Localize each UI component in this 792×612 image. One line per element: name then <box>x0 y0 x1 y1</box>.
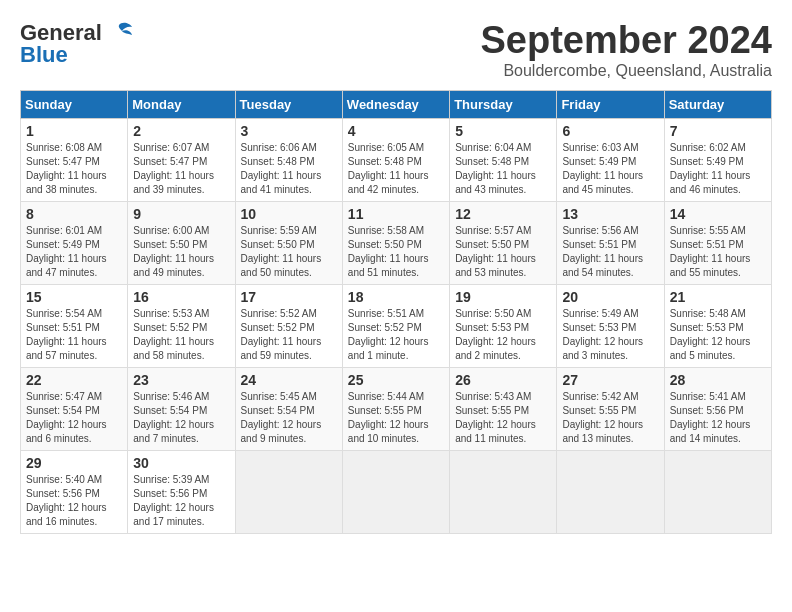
day-info: Sunrise: 5:59 AM Sunset: 5:50 PM Dayligh… <box>241 224 337 280</box>
day-number: 18 <box>348 289 444 305</box>
day-number: 11 <box>348 206 444 222</box>
calendar-day-cell: 11Sunrise: 5:58 AM Sunset: 5:50 PM Dayli… <box>342 201 449 284</box>
day-number: 17 <box>241 289 337 305</box>
weekday-header-thursday: Thursday <box>450 90 557 118</box>
calendar-day-cell: 26Sunrise: 5:43 AM Sunset: 5:55 PM Dayli… <box>450 367 557 450</box>
calendar-day-cell: 13Sunrise: 5:56 AM Sunset: 5:51 PM Dayli… <box>557 201 664 284</box>
calendar-day-cell: 10Sunrise: 5:59 AM Sunset: 5:50 PM Dayli… <box>235 201 342 284</box>
day-number: 20 <box>562 289 658 305</box>
calendar-day-cell: 15Sunrise: 5:54 AM Sunset: 5:51 PM Dayli… <box>21 284 128 367</box>
calendar-day-cell: 27Sunrise: 5:42 AM Sunset: 5:55 PM Dayli… <box>557 367 664 450</box>
day-info: Sunrise: 6:07 AM Sunset: 5:47 PM Dayligh… <box>133 141 229 197</box>
calendar-day-cell: 9Sunrise: 6:00 AM Sunset: 5:50 PM Daylig… <box>128 201 235 284</box>
day-info: Sunrise: 6:02 AM Sunset: 5:49 PM Dayligh… <box>670 141 766 197</box>
calendar-day-cell: 24Sunrise: 5:45 AM Sunset: 5:54 PM Dayli… <box>235 367 342 450</box>
calendar-table: SundayMondayTuesdayWednesdayThursdayFrid… <box>20 90 772 534</box>
weekday-header-row: SundayMondayTuesdayWednesdayThursdayFrid… <box>21 90 772 118</box>
calendar-day-cell: 4Sunrise: 6:05 AM Sunset: 5:48 PM Daylig… <box>342 118 449 201</box>
day-number: 13 <box>562 206 658 222</box>
calendar-day-cell: 8Sunrise: 6:01 AM Sunset: 5:49 PM Daylig… <box>21 201 128 284</box>
day-info: Sunrise: 6:00 AM Sunset: 5:50 PM Dayligh… <box>133 224 229 280</box>
calendar-day-cell: 6Sunrise: 6:03 AM Sunset: 5:49 PM Daylig… <box>557 118 664 201</box>
day-info: Sunrise: 6:03 AM Sunset: 5:49 PM Dayligh… <box>562 141 658 197</box>
calendar-week-row: 8Sunrise: 6:01 AM Sunset: 5:49 PM Daylig… <box>21 201 772 284</box>
day-info: Sunrise: 6:05 AM Sunset: 5:48 PM Dayligh… <box>348 141 444 197</box>
day-number: 15 <box>26 289 122 305</box>
day-number: 21 <box>670 289 766 305</box>
calendar-day-cell <box>450 450 557 533</box>
day-info: Sunrise: 5:39 AM Sunset: 5:56 PM Dayligh… <box>133 473 229 529</box>
calendar-day-cell <box>664 450 771 533</box>
day-number: 8 <box>26 206 122 222</box>
logo-bird-icon <box>104 21 134 45</box>
day-number: 14 <box>670 206 766 222</box>
calendar-day-cell: 18Sunrise: 5:51 AM Sunset: 5:52 PM Dayli… <box>342 284 449 367</box>
calendar-day-cell: 20Sunrise: 5:49 AM Sunset: 5:53 PM Dayli… <box>557 284 664 367</box>
month-title: September 2024 <box>481 20 773 62</box>
weekday-header-wednesday: Wednesday <box>342 90 449 118</box>
day-info: Sunrise: 5:53 AM Sunset: 5:52 PM Dayligh… <box>133 307 229 363</box>
day-info: Sunrise: 5:41 AM Sunset: 5:56 PM Dayligh… <box>670 390 766 446</box>
logo: General Blue <box>20 20 134 68</box>
calendar-day-cell: 12Sunrise: 5:57 AM Sunset: 5:50 PM Dayli… <box>450 201 557 284</box>
calendar-day-cell: 7Sunrise: 6:02 AM Sunset: 5:49 PM Daylig… <box>664 118 771 201</box>
calendar-day-cell: 29Sunrise: 5:40 AM Sunset: 5:56 PM Dayli… <box>21 450 128 533</box>
calendar-day-cell: 21Sunrise: 5:48 AM Sunset: 5:53 PM Dayli… <box>664 284 771 367</box>
calendar-day-cell: 3Sunrise: 6:06 AM Sunset: 5:48 PM Daylig… <box>235 118 342 201</box>
weekday-header-saturday: Saturday <box>664 90 771 118</box>
day-number: 26 <box>455 372 551 388</box>
day-info: Sunrise: 5:56 AM Sunset: 5:51 PM Dayligh… <box>562 224 658 280</box>
day-info: Sunrise: 5:54 AM Sunset: 5:51 PM Dayligh… <box>26 307 122 363</box>
calendar-week-row: 29Sunrise: 5:40 AM Sunset: 5:56 PM Dayli… <box>21 450 772 533</box>
day-number: 9 <box>133 206 229 222</box>
day-number: 28 <box>670 372 766 388</box>
location: Bouldercombe, Queensland, Australia <box>481 62 773 80</box>
calendar-day-cell: 5Sunrise: 6:04 AM Sunset: 5:48 PM Daylig… <box>450 118 557 201</box>
weekday-header-friday: Friday <box>557 90 664 118</box>
day-info: Sunrise: 6:01 AM Sunset: 5:49 PM Dayligh… <box>26 224 122 280</box>
weekday-header-sunday: Sunday <box>21 90 128 118</box>
day-info: Sunrise: 5:40 AM Sunset: 5:56 PM Dayligh… <box>26 473 122 529</box>
calendar-day-cell: 14Sunrise: 5:55 AM Sunset: 5:51 PM Dayli… <box>664 201 771 284</box>
weekday-header-monday: Monday <box>128 90 235 118</box>
calendar-week-row: 1Sunrise: 6:08 AM Sunset: 5:47 PM Daylig… <box>21 118 772 201</box>
weekday-header-tuesday: Tuesday <box>235 90 342 118</box>
day-info: Sunrise: 6:06 AM Sunset: 5:48 PM Dayligh… <box>241 141 337 197</box>
logo-blue-text: Blue <box>20 42 68 68</box>
day-info: Sunrise: 5:43 AM Sunset: 5:55 PM Dayligh… <box>455 390 551 446</box>
calendar-day-cell: 17Sunrise: 5:52 AM Sunset: 5:52 PM Dayli… <box>235 284 342 367</box>
calendar-day-cell <box>342 450 449 533</box>
calendar-day-cell: 2Sunrise: 6:07 AM Sunset: 5:47 PM Daylig… <box>128 118 235 201</box>
day-number: 22 <box>26 372 122 388</box>
day-number: 19 <box>455 289 551 305</box>
calendar-day-cell <box>557 450 664 533</box>
day-number: 25 <box>348 372 444 388</box>
calendar-day-cell: 25Sunrise: 5:44 AM Sunset: 5:55 PM Dayli… <box>342 367 449 450</box>
day-info: Sunrise: 5:44 AM Sunset: 5:55 PM Dayligh… <box>348 390 444 446</box>
calendar-day-cell: 23Sunrise: 5:46 AM Sunset: 5:54 PM Dayli… <box>128 367 235 450</box>
day-info: Sunrise: 5:49 AM Sunset: 5:53 PM Dayligh… <box>562 307 658 363</box>
day-number: 23 <box>133 372 229 388</box>
day-number: 29 <box>26 455 122 471</box>
day-number: 10 <box>241 206 337 222</box>
page-header: General Blue September 2024 Bouldercombe… <box>20 20 772 80</box>
day-number: 2 <box>133 123 229 139</box>
calendar-body: 1Sunrise: 6:08 AM Sunset: 5:47 PM Daylig… <box>21 118 772 533</box>
day-number: 30 <box>133 455 229 471</box>
calendar-week-row: 22Sunrise: 5:47 AM Sunset: 5:54 PM Dayli… <box>21 367 772 450</box>
calendar-day-cell: 19Sunrise: 5:50 AM Sunset: 5:53 PM Dayli… <box>450 284 557 367</box>
day-number: 27 <box>562 372 658 388</box>
day-info: Sunrise: 5:42 AM Sunset: 5:55 PM Dayligh… <box>562 390 658 446</box>
day-info: Sunrise: 5:58 AM Sunset: 5:50 PM Dayligh… <box>348 224 444 280</box>
day-info: Sunrise: 5:57 AM Sunset: 5:50 PM Dayligh… <box>455 224 551 280</box>
calendar-day-cell: 28Sunrise: 5:41 AM Sunset: 5:56 PM Dayli… <box>664 367 771 450</box>
day-info: Sunrise: 5:47 AM Sunset: 5:54 PM Dayligh… <box>26 390 122 446</box>
day-info: Sunrise: 5:50 AM Sunset: 5:53 PM Dayligh… <box>455 307 551 363</box>
day-number: 12 <box>455 206 551 222</box>
day-info: Sunrise: 5:51 AM Sunset: 5:52 PM Dayligh… <box>348 307 444 363</box>
day-info: Sunrise: 6:04 AM Sunset: 5:48 PM Dayligh… <box>455 141 551 197</box>
calendar-week-row: 15Sunrise: 5:54 AM Sunset: 5:51 PM Dayli… <box>21 284 772 367</box>
day-number: 1 <box>26 123 122 139</box>
day-number: 24 <box>241 372 337 388</box>
day-number: 4 <box>348 123 444 139</box>
